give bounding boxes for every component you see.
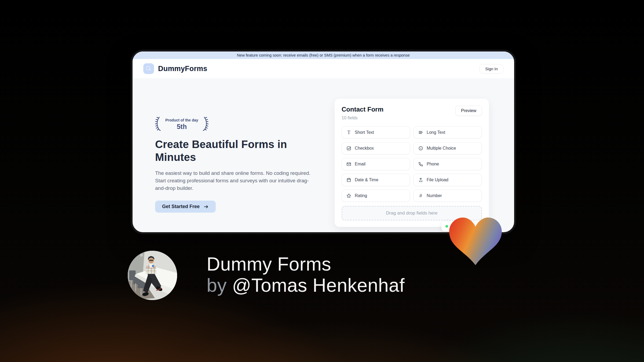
preview-button[interactable]: Preview [455, 106, 482, 116]
sign-in-button[interactable]: Sign In [480, 64, 503, 73]
form-title: Contact Form [342, 106, 383, 113]
field-file-upload[interactable]: File Upload [414, 174, 482, 186]
announcement-text: New feature coming soon: receive emails … [237, 53, 410, 57]
short-text-icon: T [346, 130, 352, 135]
field-long-text[interactable]: Long Text [414, 126, 482, 139]
hero-title: Create Beautiful Forms inMinutes [155, 138, 312, 164]
field-short-text[interactable]: T Short Text [342, 126, 410, 139]
form-field-count: 10 fields [342, 116, 383, 120]
app-header: DummyForms Sign In [133, 59, 514, 78]
field-number[interactable]: # Number [414, 190, 482, 202]
field-checkbox[interactable]: Checkbox [342, 142, 410, 154]
star-icon [346, 193, 352, 198]
announcement-banner: New feature coming soon: receive emails … [133, 51, 514, 59]
product-of-the-day-badge: Product of the day 5th [155, 116, 312, 132]
field-palette: T Short Text Long Text Checkbox Mult [342, 126, 482, 202]
dashed-select-cursor-icon [146, 66, 152, 72]
tomas-profile-photo [128, 251, 177, 300]
award-rank: 5th [165, 123, 198, 131]
brand-name: DummyForms [158, 65, 207, 73]
get-started-button[interactable]: Get Started Free [155, 201, 216, 213]
award-text: Product of the day 5th [165, 118, 198, 131]
dropzone-text: Drag and drop fields here [386, 210, 438, 216]
gradient-heart-icon [449, 217, 502, 265]
phone-icon [418, 161, 423, 167]
arrow-right-icon [203, 204, 209, 209]
field-date-time[interactable]: Date & Time [342, 174, 410, 186]
get-started-label: Get Started Free [162, 204, 200, 209]
author-handle: @Tomas Henkenhaf [232, 275, 405, 296]
calendar-icon [346, 177, 352, 183]
field-rating[interactable]: Rating [342, 190, 410, 202]
field-phone[interactable]: Phone [414, 158, 482, 170]
upload-icon [418, 177, 423, 183]
card-header: Contact Form 10 fields Preview [342, 106, 482, 120]
laurel-left-icon [155, 116, 164, 132]
radio-icon [418, 146, 423, 151]
credit-title: Dummy Forms [207, 254, 405, 275]
credit-byline: by @Tomas Henkenhaf [207, 275, 405, 296]
hero-description: The easiest way to build and share onlin… [155, 169, 312, 192]
checkbox-icon [346, 146, 352, 151]
field-multiple-choice[interactable]: Multiple Choice [414, 142, 482, 154]
form-builder-card: Contact Form 10 fields Preview T Short T… [335, 99, 489, 227]
award-label: Product of the day [165, 118, 198, 122]
hash-icon: # [418, 193, 423, 198]
hero-section: Product of the day 5th Create Beautiful … [155, 116, 312, 213]
field-email[interactable]: Email [342, 158, 410, 170]
app-logo[interactable] [143, 63, 154, 74]
browser-window: New feature coming soon: receive emails … [131, 50, 516, 234]
laurel-right-icon [199, 116, 208, 132]
author-avatar [128, 251, 177, 300]
long-text-icon [418, 130, 423, 135]
email-icon [346, 161, 352, 167]
status-dot-icon [445, 225, 448, 228]
credit-text: Dummy Forms by @Tomas Henkenhaf [207, 254, 405, 296]
